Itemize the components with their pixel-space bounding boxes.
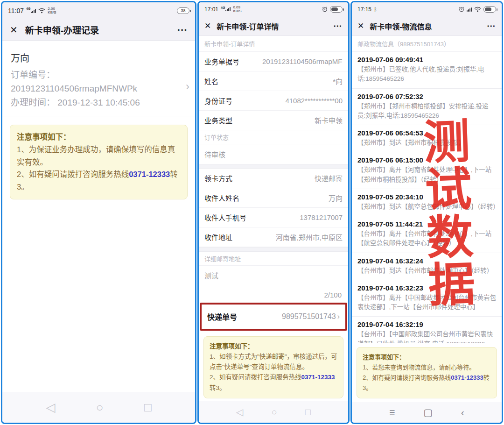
field-value: 20191231104506rmapMFNWPk (262, 57, 343, 65)
signal-bars-icon (467, 7, 472, 12)
nav-recents-icon[interactable]: □ (305, 407, 311, 418)
id-fields-list: 业务单据号 20191231104506rmapMFNWPk 姓名 *向 身份证… (199, 52, 348, 130)
status-bar: 11:07 4G 2.00KB/S 38 (2, 2, 195, 19)
field-value: 13781217007 (300, 213, 343, 221)
hotline-number[interactable]: 0371-12333 (301, 374, 335, 381)
notice-line-1: 1、如领卡方式为"快递邮寄"，审核通过后，可点击"快递单号"查询订单物流信息。 (210, 352, 337, 373)
tracking-number-row[interactable]: 快递单号 9895751501743› (202, 305, 345, 329)
alarm-clock-icon (459, 7, 464, 12)
page-title: 新卡申领-物流信息 (370, 21, 487, 32)
network-speed: 2.00KB/S (48, 7, 56, 14)
section-divider (199, 164, 348, 169)
close-icon[interactable]: ✕ (357, 21, 364, 31)
more-menu-icon[interactable]: ⋯ (177, 24, 188, 36)
record-card[interactable]: 万向 订单编号： 20191231104506rmapMFNWPk 办理时间： … (2, 43, 195, 116)
logistics-entry: 2019-07-06 09:49:41 【郑州市】已签收,他人代收,投递员:刘振… (352, 52, 502, 89)
section-divider (199, 247, 348, 252)
alarm-clock-icon (322, 7, 328, 12)
entry-timestamp: 2019-07-04 16:32:23 (357, 284, 496, 292)
app-header: ✕ 新卡申领-物流信息 ⋯ (352, 16, 502, 36)
field-label: 收件地址 (204, 232, 232, 242)
wifi-icon (38, 8, 45, 14)
field-label: 业务单据号 (204, 57, 239, 66)
nav-recents-icon[interactable]: □ (144, 400, 152, 415)
battery-icon (330, 6, 343, 13)
tracking-value: 9895751501743 (282, 312, 336, 320)
phone-panel-records: 11:07 4G 2.00KB/S 38 ✕ 新卡申领-办理记录 ⋯ 万向 订单… (1, 1, 196, 424)
entry-timestamp: 2019-07-06 06:54:53 (357, 129, 496, 137)
network-speed: 0.09KB/S (233, 6, 241, 13)
field-label: 身份证号 (204, 96, 232, 106)
field-row: 身份证号 41082***********00 (199, 91, 348, 111)
field-row: 业务单据号 20191231104506rmapMFNWPk (199, 52, 348, 71)
battery-icon: 38 (177, 7, 189, 14)
field-label: 领卡方式 (204, 173, 232, 183)
more-menu-icon[interactable]: ⋯ (487, 21, 496, 31)
address-textarea-value[interactable]: 测试 (199, 266, 348, 280)
nav-back-icon[interactable]: ‹ (461, 407, 464, 418)
page-title: 新卡申领-订单详情 (217, 21, 333, 32)
notice-box: 注意事项如下： 1、如领卡方式为"快递邮寄"，审核通过后，可点击"快递单号"查询… (203, 336, 343, 398)
nav-back-icon[interactable]: ◁ (46, 400, 56, 415)
field-label: 业务类型 (204, 115, 232, 125)
chevron-right-icon: › (337, 312, 340, 320)
clock-time: 17:15 (357, 6, 371, 13)
battery-level: 38 (181, 8, 185, 13)
order-number-value: 20191231104506rmapMFNWPk (11, 82, 187, 95)
logistics-entry: 2019-07-05 20:34:10 【郑州市】到达【航空总包邮件处理中心】（… (352, 189, 502, 216)
field-row: 收件地址 河南省,郑州市,中原区 (199, 227, 348, 247)
close-icon[interactable]: ✕ (204, 21, 211, 31)
nav-menu-icon[interactable]: ≡ (389, 407, 395, 418)
notice-box: 注意事项如下： 1、若您未查询到物流信息，请耐心等待。 2、如有疑问请拨打咨询服… (357, 347, 497, 398)
field-row: 领卡方式 快递邮寄 (199, 169, 348, 188)
field-row: 收件人姓名 万向 (199, 188, 348, 208)
nav-home-icon[interactable]: ○ (96, 400, 104, 415)
close-icon[interactable]: ✕ (10, 24, 18, 35)
field-value: 41082***********00 (285, 97, 343, 105)
entry-timestamp: 2019-07-06 09:49:41 (357, 56, 496, 64)
logistics-timeline: 2019-07-06 09:49:41 【郑州市】已签收,他人代收,投递员:刘振… (352, 52, 502, 343)
notice-line-2: 2、如有疑问请拨打咨询服务热线0371-12333转3。 (17, 168, 181, 193)
field-value: 万向 (329, 193, 343, 203)
field-row: 姓名 *向 (199, 71, 348, 91)
entry-description: 【郑州市】到达【航空总包邮件处理中心】（经转） (357, 202, 496, 212)
field-value: 快递邮寄 (315, 173, 343, 183)
more-menu-icon[interactable]: ⋯ (333, 21, 343, 31)
clock-time: 11:07 (8, 7, 24, 14)
logistics-entry: 2019-07-04 16:32:19 【台州市】【中国邮政集团公司台州市黄岩包… (352, 317, 502, 343)
breadcrumb: 新卡申领-订单详情 (199, 36, 348, 52)
android-nav-bar: ≡ ▢ ‹ (352, 402, 502, 423)
field-label: 收件人姓名 (204, 193, 239, 203)
network-4g-label: 4G (26, 7, 30, 10)
clock-time: 17:01 (204, 6, 218, 13)
hotline-number[interactable]: 0371-12333 (451, 374, 483, 381)
hotline-number[interactable]: 0371-12333 (129, 170, 170, 178)
chevron-right-icon: › (186, 80, 189, 93)
three-screenshot-collage: 11:07 4G 2.00KB/S 38 ✕ 新卡申领-办理记录 ⋯ 万向 订单… (0, 0, 504, 425)
tracking-number-highlight-box: 快递单号 9895751501743› (200, 303, 347, 331)
nav-back-icon[interactable]: ◁ (236, 406, 243, 418)
nav-home-icon[interactable]: ▢ (423, 407, 433, 418)
logistics-entry: 2019-07-06 06:54:53 【郑州市】到达【郑州市桐柏揽投部】 (352, 125, 502, 152)
notice-title: 注意事项如下： (363, 352, 491, 362)
notice-line-1: 1、若您未查询到物流信息，请耐心等待。 (363, 362, 491, 373)
app-header: ✕ 新卡申领-订单详情 ⋯ (199, 16, 348, 36)
tracking-label: 快递单号 (207, 311, 237, 322)
signal-bars-icon (225, 7, 231, 11)
process-time: 办理时间： 2019-12-31 10:45:06 (11, 96, 187, 109)
notice-title: 注意事项如下： (17, 131, 181, 143)
entry-description: 【台州市】离开【台州市邮件处理中心】,下一站【航空总包邮件处理中心】（经转） (357, 229, 496, 248)
android-nav-bar: ◁ ○ □ (199, 401, 348, 423)
notice-line-1: 1、为保证业务办理成功，请确保填写的信息真实有效。 (17, 143, 181, 168)
logistics-source-label: 邮政物流信息（9895751501743） (352, 36, 502, 52)
record-name: 万向 (11, 51, 187, 64)
order-number-label: 订单编号： (11, 68, 187, 82)
network-4g-label: 4G (221, 6, 225, 9)
app-header: ✕ 新卡申领-办理记录 ⋯ (2, 19, 195, 41)
nav-home-icon[interactable]: ○ (272, 407, 277, 418)
char-counter: 2/100 (199, 291, 348, 303)
field-row: 收件人手机号 13781217007 (199, 208, 348, 227)
field-value: 河南省,郑州市,中原区 (276, 232, 343, 242)
android-nav-bar: ◁ ○ □ (2, 392, 195, 423)
notice-box: 注意事项如下： 1、为保证业务办理成功，请确保填写的信息真实有效。 2、如有疑问… (10, 125, 188, 199)
